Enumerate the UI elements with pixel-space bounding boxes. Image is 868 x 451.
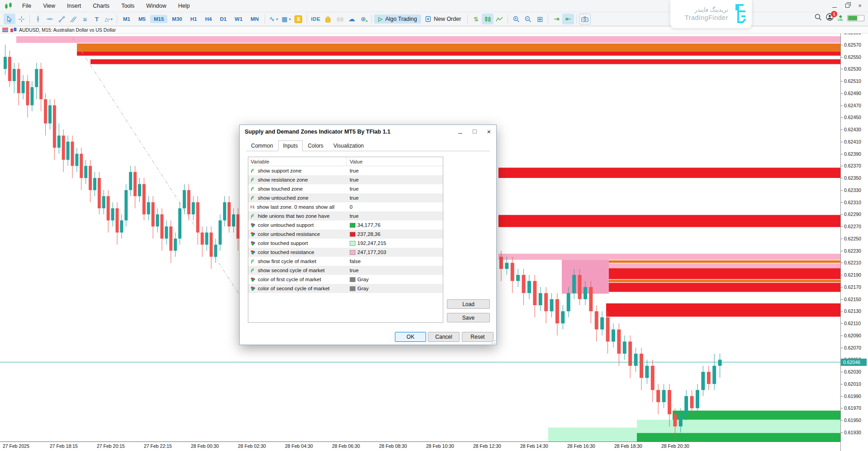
crosshair-tool-button[interactable] xyxy=(15,14,27,24)
shift-end-button[interactable]: ⇥ xyxy=(550,14,562,24)
trendline-tool-button[interactable] xyxy=(56,14,67,24)
tab-common[interactable]: Common xyxy=(246,140,278,151)
timeframe-mn[interactable]: MN xyxy=(247,15,262,23)
param-row[interactable]: hide unions that two zone havetrue xyxy=(248,211,443,221)
chart-template-button[interactable]: ▦ ▾ xyxy=(280,14,293,24)
param-value-cell[interactable]: false xyxy=(347,259,443,264)
level-indicator[interactable]: ◆ LVL xyxy=(838,14,843,22)
param-value-cell[interactable]: true xyxy=(347,168,443,173)
timeframe-m5[interactable]: M5 xyxy=(135,15,149,23)
param-value-cell[interactable]: 237,28,36 xyxy=(347,231,443,237)
param-value-cell[interactable]: 0 xyxy=(347,204,443,210)
menu-items: FileViewInsertChartsToolsWindowHelp xyxy=(16,0,196,11)
timeframe-m1[interactable]: M1 xyxy=(119,15,134,23)
menu-view[interactable]: View xyxy=(37,0,61,11)
price-axis[interactable]: 0.625900.625700.625500.625300.625100.624… xyxy=(840,34,868,451)
auto-scroll-button[interactable]: ⇤ xyxy=(562,14,574,24)
param-row[interactable]: show resistance zonetrue xyxy=(248,175,443,184)
cancel-button[interactable]: Cancel xyxy=(428,332,460,342)
zoom-in-button[interactable] xyxy=(510,14,522,24)
zoom-out-button[interactable] xyxy=(522,14,534,24)
cloud-button[interactable]: ☁ xyxy=(346,14,357,24)
connection-fill xyxy=(848,16,857,20)
dialog-minimize-button[interactable] xyxy=(453,125,467,138)
fibonacci-icon: ≡ xyxy=(83,15,87,23)
channel-tool-button[interactable] xyxy=(67,14,79,24)
sort-button[interactable]: ⇅ xyxy=(470,14,482,24)
param-row[interactable]: color untouched support34,177,76 xyxy=(248,221,443,230)
window-close-button[interactable]: × xyxy=(854,1,865,10)
text-tool-button[interactable]: T xyxy=(91,14,103,24)
param-row[interactable]: 01show last zone. 0 means show all0 xyxy=(248,202,443,211)
param-row[interactable]: show first cycle of marketfalse xyxy=(248,257,443,266)
param-variable-label: show first cycle of market xyxy=(258,259,316,264)
param-value-cell[interactable]: Gray xyxy=(347,277,443,282)
tab-visualization[interactable]: Visualization xyxy=(328,140,369,151)
param-row[interactable]: color touched support192,247,215 xyxy=(248,239,443,248)
time-axis[interactable]: 27 Feb 202527 Feb 18:1527 Feb 20:1527 Fe… xyxy=(0,441,840,451)
param-row[interactable]: show touched zonetrue xyxy=(248,184,443,193)
timeframe-h4[interactable]: H4 xyxy=(201,15,215,23)
ok-button[interactable]: OK xyxy=(395,332,426,342)
signals-button[interactable]: ((o)) xyxy=(334,14,346,24)
web-services-button[interactable]: ⊕+ xyxy=(357,14,369,24)
tab-inputs[interactable]: Inputs xyxy=(278,140,303,151)
horizontal-line-tool-button[interactable] xyxy=(44,14,56,24)
menu-charts[interactable]: Charts xyxy=(87,0,115,11)
param-row[interactable]: color touched resistance247,177,203 xyxy=(248,248,443,257)
param-row[interactable]: show second cycle of markettrue xyxy=(248,266,443,275)
new-order-button[interactable]: New Order xyxy=(421,14,465,24)
load-button[interactable]: Load xyxy=(447,299,490,309)
menu-help[interactable]: Help xyxy=(172,0,196,11)
param-row[interactable]: color untouched resistance237,28,36 xyxy=(248,230,443,239)
indicators-button[interactable]: ∿ ▾ xyxy=(267,14,280,24)
save-button[interactable]: Save xyxy=(447,313,490,322)
resize-grip[interactable] xyxy=(491,340,496,344)
tab-colors[interactable]: Colors xyxy=(303,140,328,151)
timeframe-h1[interactable]: H1 xyxy=(187,15,201,23)
param-value-cell[interactable]: true xyxy=(347,195,443,201)
param-row[interactable]: show untouched zonetrue xyxy=(248,193,443,202)
integer-icon: 01 xyxy=(250,205,255,209)
window-restore-button[interactable] xyxy=(842,1,853,10)
menu-tools[interactable]: Tools xyxy=(115,0,140,11)
param-value-cell[interactable]: 192,247,215 xyxy=(347,240,443,246)
shapes-tool-button[interactable]: △▫ ▾ xyxy=(103,14,114,24)
screenshot-button[interactable] xyxy=(579,14,591,24)
timeframe-d1[interactable]: D1 xyxy=(216,15,230,23)
param-value-cell[interactable]: 247,177,203 xyxy=(347,249,443,255)
candle-chart-mode-button[interactable] xyxy=(482,14,493,24)
dialog-close-button[interactable]: × xyxy=(482,125,496,138)
window-minimize-button[interactable] xyxy=(829,1,840,10)
param-value-cell[interactable]: true xyxy=(347,177,443,182)
cursor-tool-button[interactable] xyxy=(4,14,15,24)
menu-file[interactable]: File xyxy=(16,0,37,11)
reset-button[interactable]: Reset xyxy=(462,332,493,342)
menu-insert[interactable]: Insert xyxy=(61,0,87,11)
param-value-cell[interactable]: Gray xyxy=(347,286,443,291)
param-row[interactable]: show support zonetrue xyxy=(248,166,443,175)
ide-button[interactable]: IDE xyxy=(309,14,323,24)
timeframe-w1[interactable]: W1 xyxy=(231,15,246,23)
price-tick: 0.62550 xyxy=(841,54,861,60)
vertical-line-tool-button[interactable] xyxy=(32,14,44,24)
param-row[interactable]: color of first cycle of marketGray xyxy=(248,275,443,284)
algo-trading-button[interactable]: ▷ Algo Trading xyxy=(374,14,421,24)
menu-window[interactable]: Window xyxy=(140,0,172,11)
profile-button[interactable]: 1 xyxy=(826,13,834,23)
market-button[interactable] xyxy=(322,14,334,24)
param-value-cell[interactable]: true xyxy=(347,186,443,192)
search-button[interactable] xyxy=(815,14,822,23)
timeframe-m30[interactable]: M30 xyxy=(168,15,185,23)
line-chart-mode-button[interactable] xyxy=(493,14,505,24)
param-value-cell[interactable]: true xyxy=(347,213,443,219)
tile-windows-button[interactable]: ⊞ xyxy=(534,14,545,24)
timeframe-m15[interactable]: M15 xyxy=(150,15,167,23)
fibonacci-tool-button[interactable]: ≡ xyxy=(79,14,91,24)
deposit-button[interactable]: $ xyxy=(293,14,304,24)
param-variable-cell: color touched resistance xyxy=(248,248,347,257)
param-value-cell[interactable]: true xyxy=(347,268,443,273)
param-row[interactable]: color of second cycle of marketGray xyxy=(248,284,443,293)
param-value-cell[interactable]: 34,177,76 xyxy=(347,222,443,228)
dialog-maximize-button[interactable] xyxy=(467,125,482,138)
